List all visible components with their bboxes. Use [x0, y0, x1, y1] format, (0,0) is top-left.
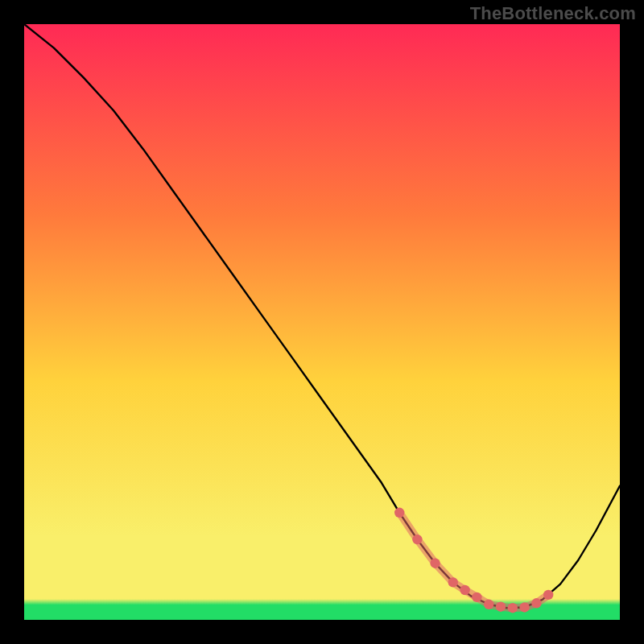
optimal-marker [430, 559, 440, 568]
optimal-marker [531, 598, 541, 608]
optimal-marker [460, 585, 469, 595]
gradient-background [24, 24, 620, 620]
optimal-marker [508, 603, 518, 613]
optimal-marker [484, 600, 493, 609]
optimal-marker [394, 508, 404, 518]
watermark-text: TheBottleneck.com [470, 3, 636, 24]
optimal-marker [543, 590, 553, 600]
optimal-marker [412, 535, 422, 544]
optimal-marker [496, 602, 506, 612]
chart-frame: TheBottleneck.com [0, 0, 644, 644]
optimal-marker [472, 592, 481, 602]
plot-area [24, 24, 620, 620]
optimal-marker [519, 602, 529, 612]
optimal-marker [448, 577, 458, 587]
chart-svg [24, 24, 620, 620]
